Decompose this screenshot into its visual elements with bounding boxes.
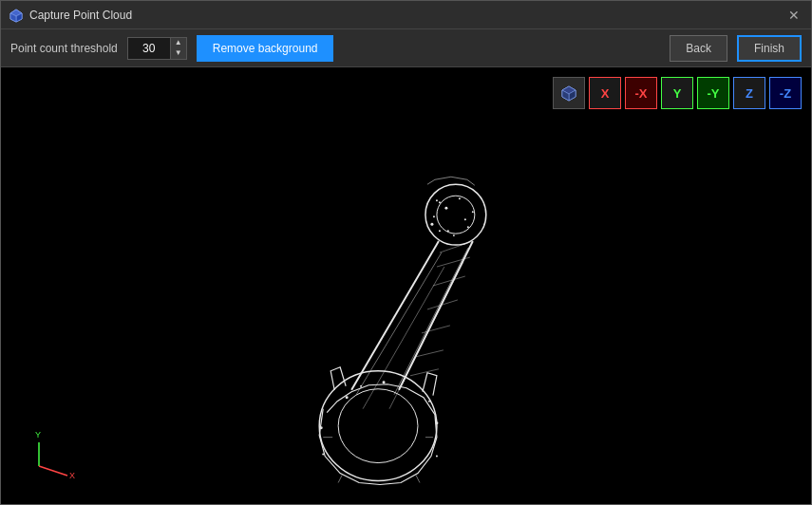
svg-point-17 bbox=[428, 401, 430, 402]
spinner-up[interactable]: ▲ bbox=[171, 38, 186, 48]
svg-point-25 bbox=[453, 234, 455, 236]
viewport[interactable]: X -X Y -Y Z -Z bbox=[1, 67, 811, 504]
svg-point-4 bbox=[425, 184, 486, 245]
svg-point-18 bbox=[436, 456, 438, 458]
svg-point-20 bbox=[320, 426, 323, 429]
svg-point-5 bbox=[437, 196, 475, 234]
main-window: Capture Point Cloud ✕ Point count thresh… bbox=[0, 0, 812, 505]
title-bar: Capture Point Cloud ✕ bbox=[1, 1, 811, 29]
svg-point-16 bbox=[346, 396, 349, 399]
close-button[interactable]: ✕ bbox=[784, 6, 803, 25]
neg-x-label: -X bbox=[635, 86, 648, 101]
z-label: Z bbox=[746, 86, 753, 101]
svg-point-13 bbox=[383, 381, 386, 383]
svg-point-27 bbox=[433, 215, 435, 217]
svg-point-26 bbox=[439, 230, 441, 232]
svg-point-8 bbox=[444, 207, 447, 210]
view-x-button[interactable]: X bbox=[589, 77, 621, 109]
view-cube-button[interactable] bbox=[553, 77, 585, 109]
view-neg-z-button[interactable]: -Z bbox=[769, 77, 802, 109]
view-y-button[interactable]: Y bbox=[661, 77, 693, 109]
threshold-label: Point count threshold bbox=[10, 42, 118, 55]
window-title: Capture Point Cloud bbox=[29, 9, 784, 22]
point-cloud-view bbox=[1, 67, 811, 504]
remove-background-button[interactable]: Remove background bbox=[197, 35, 334, 62]
axis-buttons: X -X Y -Y Z -Z bbox=[553, 77, 802, 109]
svg-point-23 bbox=[472, 211, 474, 213]
svg-point-28 bbox=[439, 201, 441, 203]
svg-point-11 bbox=[436, 199, 438, 201]
svg-point-15 bbox=[360, 385, 362, 387]
axis-indicator: Y X bbox=[20, 428, 77, 485]
neg-y-label: -Y bbox=[708, 86, 720, 101]
svg-point-19 bbox=[322, 454, 324, 456]
svg-point-21 bbox=[435, 421, 438, 424]
svg-point-6 bbox=[319, 371, 437, 481]
spinner-down[interactable]: ▼ bbox=[171, 48, 186, 59]
back-button[interactable]: Back bbox=[670, 35, 727, 62]
x-label: X bbox=[601, 86, 610, 101]
svg-point-7 bbox=[338, 389, 418, 463]
svg-text:X: X bbox=[69, 471, 75, 480]
svg-point-10 bbox=[447, 230, 449, 232]
svg-point-12 bbox=[430, 223, 433, 226]
finish-button[interactable]: Finish bbox=[737, 35, 802, 62]
threshold-input[interactable]: 30 bbox=[127, 37, 170, 60]
svg-line-35 bbox=[39, 466, 67, 476]
view-neg-x-button[interactable]: -X bbox=[625, 77, 657, 109]
svg-point-14 bbox=[403, 380, 405, 382]
svg-point-22 bbox=[459, 197, 461, 199]
svg-point-9 bbox=[464, 218, 466, 220]
svg-text:Y: Y bbox=[35, 430, 41, 440]
threshold-spinner[interactable]: 30 ▲ ▼ bbox=[127, 37, 187, 60]
spinner-arrows: ▲ ▼ bbox=[170, 37, 187, 60]
neg-z-label: -Z bbox=[780, 86, 791, 101]
app-icon bbox=[9, 8, 24, 23]
view-z-button[interactable]: Z bbox=[733, 77, 765, 109]
toolbar: Point count threshold 30 ▲ ▼ Remove back… bbox=[1, 29, 811, 67]
view-neg-y-button[interactable]: -Y bbox=[697, 77, 729, 109]
svg-point-24 bbox=[467, 226, 469, 228]
y-label: Y bbox=[673, 86, 682, 101]
